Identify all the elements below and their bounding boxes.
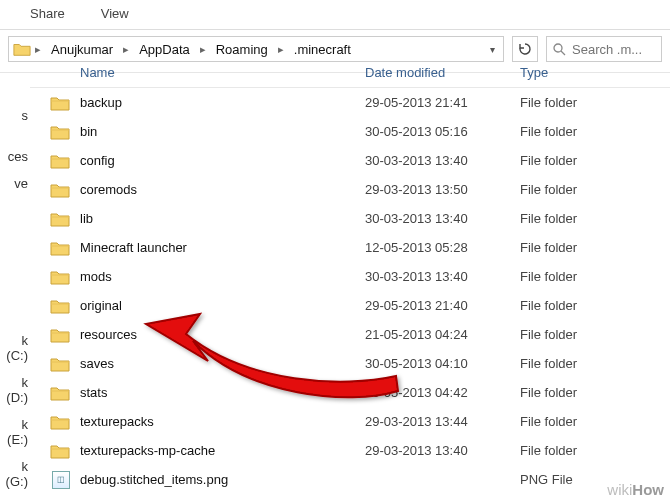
file-row[interactable]: ◫debug.stitched_items.pngPNG File	[30, 465, 670, 494]
file-name: mods	[80, 269, 365, 284]
refresh-icon	[518, 42, 532, 56]
file-name: lib	[80, 211, 365, 226]
file-row[interactable]: config30-03-2013 13:40File folder	[30, 146, 670, 175]
search-input[interactable]	[572, 42, 652, 57]
folder-icon	[30, 443, 80, 459]
file-name: Minecraft launcher	[80, 240, 365, 255]
file-row[interactable]: texturepacks-mp-cache29-03-2013 13:40Fil…	[30, 436, 670, 465]
folder-icon	[13, 40, 31, 58]
folder-icon	[30, 240, 80, 256]
ribbon-tab-view[interactable]: View	[101, 6, 129, 21]
file-row[interactable]: texturepacks29-03-2013 13:44File folder	[30, 407, 670, 436]
folder-icon	[30, 95, 80, 111]
folder-icon	[30, 298, 80, 314]
folder-icon	[30, 124, 80, 140]
file-date: 30-03-2013 13:40	[365, 153, 520, 168]
nav-item-fragment[interactable]: s	[0, 102, 30, 129]
ribbon-tab-share[interactable]: Share	[30, 6, 65, 21]
chevron-right-icon[interactable]: ▸	[33, 43, 43, 56]
folder-icon	[30, 182, 80, 198]
file-type: File folder	[520, 327, 670, 342]
file-name: stats	[80, 385, 365, 400]
chevron-right-icon[interactable]: ▸	[276, 43, 286, 56]
file-row[interactable]: saves30-05-2013 04:10File folder	[30, 349, 670, 378]
file-row[interactable]: backup29-05-2013 21:41File folder	[30, 88, 670, 117]
file-type: File folder	[520, 240, 670, 255]
file-name: config	[80, 153, 365, 168]
file-name: debug.stitched_items.png	[80, 472, 365, 487]
file-name: bin	[80, 124, 365, 139]
file-type: File folder	[520, 298, 670, 313]
watermark: wikiHow	[607, 481, 664, 499]
file-date: 12-05-2013 05:28	[365, 240, 520, 255]
folder-icon	[30, 211, 80, 227]
column-header-name[interactable]: Name	[30, 65, 365, 80]
nav-drive-item[interactable]: k (D:)	[0, 369, 30, 411]
file-name: original	[80, 298, 365, 313]
file-date: 29-03-2013 13:44	[365, 414, 520, 429]
file-type: File folder	[520, 356, 670, 371]
nav-panel-fragment: s ces ve k (C:) k (D:) k (E:) k (G:)	[0, 68, 30, 498]
file-type: File folder	[520, 153, 670, 168]
file-name: coremods	[80, 182, 365, 197]
folder-icon	[30, 356, 80, 372]
file-type: File folder	[520, 95, 670, 110]
file-date: 21-05-2013 04:24	[365, 327, 520, 342]
file-name: resources	[80, 327, 365, 342]
file-date: 29-03-2013 13:50	[365, 182, 520, 197]
chevron-right-icon[interactable]: ▸	[121, 43, 131, 56]
chevron-down-icon[interactable]: ▾	[486, 44, 499, 55]
file-row[interactable]: coremods29-03-2013 13:50File folder	[30, 175, 670, 204]
nav-drive-item[interactable]: k (G:)	[0, 453, 30, 495]
file-row[interactable]: bin30-05-2013 05:16File folder	[30, 117, 670, 146]
folder-icon	[30, 269, 80, 285]
svg-line-1	[561, 51, 565, 55]
search-icon	[553, 43, 566, 56]
file-type: File folder	[520, 443, 670, 458]
file-name: backup	[80, 95, 365, 110]
file-date: 30-03-2013 13:40	[365, 211, 520, 226]
file-date: 30-05-2013 04:42	[365, 385, 520, 400]
file-type: File folder	[520, 182, 670, 197]
nav-item-fragment[interactable]: ve	[0, 170, 30, 197]
svg-point-0	[554, 44, 562, 52]
file-row[interactable]: mods30-03-2013 13:40File folder	[30, 262, 670, 291]
file-name: saves	[80, 356, 365, 371]
file-name: texturepacks	[80, 414, 365, 429]
column-header-date[interactable]: Date modified	[365, 65, 520, 80]
file-type: File folder	[520, 269, 670, 284]
file-row[interactable]: lib30-03-2013 13:40File folder	[30, 204, 670, 233]
file-row[interactable]: original29-05-2013 21:40File folder	[30, 291, 670, 320]
file-date: 30-05-2013 04:10	[365, 356, 520, 371]
file-type: File folder	[520, 385, 670, 400]
file-type: File folder	[520, 124, 670, 139]
file-date: 30-05-2013 05:16	[365, 124, 520, 139]
folder-icon	[30, 327, 80, 343]
file-row[interactable]: stats30-05-2013 04:42File folder	[30, 378, 670, 407]
image-file-icon: ◫	[30, 471, 80, 489]
folder-icon	[30, 385, 80, 401]
file-date: 29-05-2013 21:40	[365, 298, 520, 313]
column-header-type[interactable]: Type	[520, 65, 670, 80]
file-row[interactable]: resources21-05-2013 04:24File folder	[30, 320, 670, 349]
column-headers: Name Date modified Type	[30, 58, 670, 88]
file-type: File folder	[520, 414, 670, 429]
file-row[interactable]: Minecraft launcher12-05-2013 05:28File f…	[30, 233, 670, 262]
nav-drive-item[interactable]: k (C:)	[0, 327, 30, 369]
file-date: 29-05-2013 21:41	[365, 95, 520, 110]
nav-drive-item[interactable]: k (E:)	[0, 411, 30, 453]
file-date: 30-03-2013 13:40	[365, 269, 520, 284]
file-name: texturepacks-mp-cache	[80, 443, 365, 458]
nav-item-fragment[interactable]: ces	[0, 143, 30, 170]
file-type: File folder	[520, 211, 670, 226]
file-date: 29-03-2013 13:40	[365, 443, 520, 458]
chevron-right-icon[interactable]: ▸	[198, 43, 208, 56]
folder-icon	[30, 414, 80, 430]
folder-icon	[30, 153, 80, 169]
